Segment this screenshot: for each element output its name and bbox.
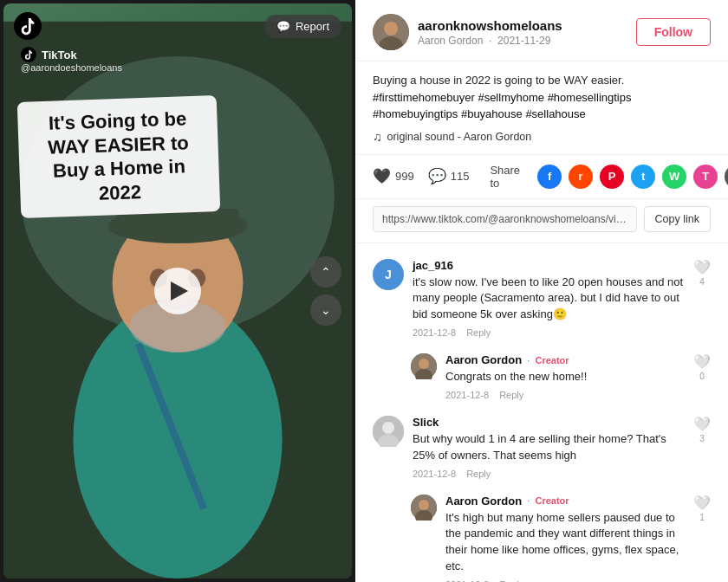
comment: J jac_916 it's slow now. I've been to li…: [355, 250, 728, 347]
reply-button[interactable]: Reply: [466, 327, 491, 338]
copy-link-button[interactable]: Copy link: [644, 206, 711, 232]
hashtag-2: #sellmyhome: [478, 91, 544, 104]
next-arrow[interactable]: ⌄: [310, 294, 341, 326]
video-area[interactable]: TikTok @aarondoeshomeloans It's Going to…: [3, 3, 352, 579]
comment-text-2: But why would 1 in 4 are selling their h…: [413, 431, 685, 464]
author-details: aaronknowshomeloans Aaron Gordon · 2021-…: [418, 18, 562, 47]
reply-reply-button[interactable]: Reply: [499, 390, 523, 400]
comment: Slick But why would 1 in 4 are selling t…: [355, 407, 728, 488]
commenter-avatar: J: [373, 259, 404, 290]
comment-icon: 💬: [428, 167, 446, 185]
hashtag-6: #sellahouse: [525, 107, 585, 120]
comment-like-2: 🤍 3: [693, 416, 711, 479]
like-icon[interactable]: 🤍: [693, 259, 711, 275]
comment-like: 🤍 4: [693, 259, 711, 339]
reply-button-2[interactable]: Reply: [466, 469, 491, 479]
likes-count: 999: [395, 170, 414, 183]
comments-action[interactable]: 💬 115: [428, 167, 470, 185]
creator-badge: Creator: [535, 355, 569, 365]
author-meta: Aaron Gordon · 2021-11-29: [418, 35, 562, 47]
reply-author-avatar-2: [411, 495, 437, 521]
tiktok-logo-icon: [14, 12, 42, 40]
reply-text-2: It's high but many home sellers paused d…: [445, 510, 685, 575]
comment-author-row: jac_916: [413, 259, 685, 272]
reply-avatar-2: [411, 495, 437, 521]
video-title: It's Going to be WAY EASIER to Buy a Hom…: [31, 107, 206, 208]
reply-like-2: 🤍 1: [693, 495, 711, 582]
reply-author-2: Aaron Gordon: [445, 495, 522, 508]
share-telegram[interactable]: T: [693, 165, 718, 189]
tiktok-logo: [14, 12, 42, 40]
comment-date: 2021-12-8: [413, 327, 456, 338]
video-panel: 💬 Report: [0, 0, 355, 582]
author-fullname: Aaron Gordon: [418, 35, 483, 47]
actions-section: 🖤 999 💬 115 Share to f r P t W T </>: [355, 155, 728, 199]
slick-avatar: [373, 416, 404, 447]
top-bar: 💬 Report: [0, 0, 355, 52]
likes-action[interactable]: 🖤 999: [373, 167, 414, 185]
link-url: https://www.tiktok.com/@aaronknowshomelo…: [373, 206, 637, 232]
svg-point-0: [14, 12, 42, 40]
comment-body: jac_916 it's slow now. I've been to like…: [413, 259, 685, 339]
comment-text: it's slow now. I've been to like 20 open…: [413, 275, 685, 324]
svg-point-16: [419, 359, 429, 369]
dot-separator: ·: [527, 354, 530, 366]
hashtag-4: #homebuyingtips: [373, 107, 458, 120]
comment-author-2: Slick: [413, 416, 439, 429]
like-count-2: 3: [699, 434, 705, 443]
play-button[interactable]: [154, 268, 201, 314]
share-reddit[interactable]: r: [569, 165, 593, 189]
author-date: 2021-11-29: [497, 35, 550, 47]
share-icons: f r P t W T </>: [537, 165, 728, 189]
username-watermark: @aarondoeshomeloans: [21, 62, 122, 73]
comment-author: jac_916: [413, 259, 453, 272]
reply-like-count: 0: [699, 372, 705, 381]
description-section: Buying a house in 2022 is going to be WA…: [355, 61, 728, 155]
video-title-card: It's Going to be WAY EASIER to Buy a Hom…: [17, 95, 221, 218]
creator-badge-2: Creator: [535, 495, 569, 506]
reply-text: Congrats on the new home!!: [445, 369, 685, 385]
nav-arrows: ⌃ ⌄: [310, 256, 341, 326]
share-whatsapp[interactable]: W: [662, 165, 686, 189]
comments-count: 115: [451, 170, 470, 183]
hashtag-5: #buyahouse: [461, 107, 523, 120]
comment-date-2: 2021-12-8: [413, 469, 456, 479]
follow-button[interactable]: Follow: [636, 18, 711, 46]
svg-point-22: [419, 500, 429, 510]
commenter-avatar-2: [373, 416, 404, 447]
comment-footer: 2021-12-8 Reply: [413, 327, 685, 338]
share-pinterest[interactable]: P: [600, 165, 624, 189]
music-icon: ♫: [373, 130, 382, 144]
reply-comment: Aaron Gordon · Creator Congrats on the n…: [355, 346, 728, 407]
share-facebook[interactable]: f: [537, 165, 562, 189]
reply-like-icon[interactable]: 🤍: [693, 353, 711, 370]
description-text: Buying a house in 2022 is going to be WA…: [373, 72, 711, 123]
dot-separator-2: ·: [527, 495, 530, 507]
reply-like-count-2: 1: [699, 513, 705, 522]
video-background: TikTok @aarondoeshomeloans It's Going to…: [3, 3, 352, 579]
hashtag-1: #firsttimehomebuyer: [373, 91, 475, 104]
prev-arrow[interactable]: ⌃: [310, 256, 341, 288]
share-twitter[interactable]: t: [631, 165, 655, 189]
sound-label: original sound - Aaron Gordon: [387, 131, 532, 143]
reply-like-icon-2[interactable]: 🤍: [693, 495, 711, 511]
share-label: Share to: [490, 164, 520, 190]
reply-author-row-2: Aaron Gordon · Creator: [445, 495, 685, 508]
author-avatar-img: [373, 14, 409, 50]
reply-date: 2021-12-8: [445, 390, 489, 400]
play-icon: [171, 281, 188, 301]
comment-body-2: Slick But why would 1 in 4 are selling t…: [413, 416, 685, 479]
avatar: [373, 14, 409, 50]
author-info: aaronknowshomeloans Aaron Gordon · 2021-…: [373, 14, 562, 50]
author-section: aaronknowshomeloans Aaron Gordon · 2021-…: [355, 0, 728, 61]
report-icon: 💬: [276, 20, 290, 33]
like-icon-2[interactable]: 🤍: [693, 416, 711, 432]
content-panel: aaronknowshomeloans Aaron Gordon · 2021-…: [355, 0, 728, 582]
reply-body-2: Aaron Gordon · Creator It's high but man…: [445, 495, 685, 582]
report-label: Report: [296, 20, 329, 33]
share-embed[interactable]: </>: [725, 165, 728, 189]
reply-author-avatar: [411, 353, 437, 379]
sound-info: ♫ original sound - Aaron Gordon: [373, 130, 711, 144]
report-button[interactable]: 💬 Report: [264, 15, 341, 38]
like-count: 4: [699, 277, 705, 287]
